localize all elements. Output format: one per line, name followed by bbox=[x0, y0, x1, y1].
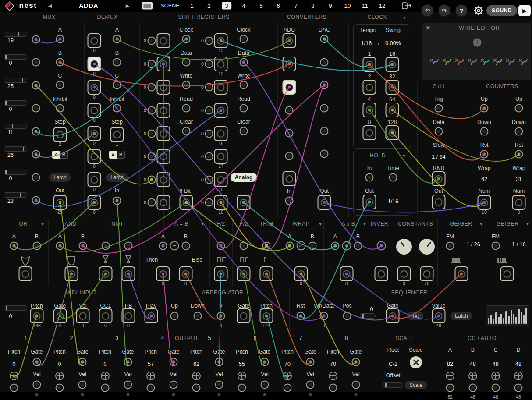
counter1-num-port[interactable] bbox=[478, 195, 491, 210]
f2a-out-port[interactable] bbox=[214, 266, 228, 281]
mux-inhibit-port[interactable] bbox=[56, 104, 64, 113]
out5-gate-port[interactable] bbox=[215, 358, 223, 366]
adc-bit-6-port[interactable] bbox=[285, 152, 294, 160]
sr1-cell-3-port[interactable] bbox=[157, 80, 170, 95]
arp-up-port[interactable] bbox=[170, 312, 179, 320]
seq-value-port[interactable] bbox=[432, 308, 446, 323]
aeb-a-port[interactable] bbox=[159, 242, 167, 250]
sr2-cell-6-port[interactable] bbox=[214, 149, 228, 164]
demux-c-port[interactable] bbox=[113, 81, 121, 89]
clock-div-16-port[interactable] bbox=[386, 57, 399, 72]
mux-ab-toggle[interactable]: AB bbox=[52, 151, 68, 159]
scene-2[interactable]: 2 bbox=[207, 3, 211, 9]
out4-pitch-cv-port[interactable] bbox=[146, 372, 155, 380]
demux-out-7-port[interactable] bbox=[88, 172, 101, 187]
fader-3-out-port[interactable] bbox=[32, 81, 40, 90]
fader-2[interactable] bbox=[4, 54, 27, 60]
cc-a-value[interactable]: 82 bbox=[447, 361, 453, 367]
midi-cc1-port[interactable] bbox=[99, 308, 113, 323]
out6-pitch-value[interactable]: 55 bbox=[239, 361, 245, 367]
geiger1-fm-port[interactable] bbox=[446, 242, 454, 250]
seq-rst-port[interactable] bbox=[297, 312, 305, 320]
sr1-cell-8-port[interactable] bbox=[157, 195, 170, 210]
dac-out-port[interactable] bbox=[318, 195, 331, 210]
axb-a-port[interactable] bbox=[331, 242, 340, 250]
hold-out-port[interactable] bbox=[363, 195, 376, 209]
geiger1-out-port[interactable] bbox=[455, 266, 468, 281]
out7-pitch-cv-port[interactable] bbox=[283, 372, 292, 380]
sr1-clock-port[interactable] bbox=[182, 35, 191, 43]
demux-ab-toggle[interactable]: AB bbox=[109, 151, 125, 159]
clock-dropdown-icon[interactable]: ▾ bbox=[403, 15, 405, 20]
fader-7-out-port[interactable] bbox=[32, 173, 40, 182]
sh-rnd-port[interactable] bbox=[432, 171, 446, 186]
hold-dropdown-icon[interactable]: ▾ bbox=[403, 153, 405, 158]
scene-11[interactable]: 11 bbox=[362, 3, 368, 9]
not1-in-port[interactable] bbox=[102, 242, 110, 250]
sr1-read-port[interactable] bbox=[182, 104, 191, 113]
seq-gate-port[interactable] bbox=[386, 308, 400, 323]
wrap-dropdown-icon[interactable]: ▾ bbox=[319, 222, 321, 227]
out8-pitch-cv-port[interactable] bbox=[329, 372, 337, 380]
demux-b-port[interactable] bbox=[113, 58, 121, 67]
geiger2-dropdown-icon[interactable]: ▾ bbox=[526, 222, 528, 227]
scene-3-active[interactable]: 3 bbox=[222, 2, 231, 10]
cc-d-port[interactable] bbox=[514, 384, 523, 392]
demux-out-4-port[interactable] bbox=[88, 103, 101, 118]
counter2-down-port[interactable] bbox=[515, 127, 523, 136]
scene-5[interactable]: 5 bbox=[259, 3, 263, 9]
play-button[interactable]: ▶ bbox=[518, 5, 531, 16]
wire-swatch-icon[interactable] bbox=[454, 57, 465, 67]
out6-vel-port[interactable] bbox=[261, 381, 269, 389]
sr2-write-port[interactable] bbox=[240, 81, 248, 89]
wire-swatch-icon[interactable] bbox=[441, 57, 452, 67]
mux-a-port[interactable] bbox=[56, 35, 64, 43]
nest-logo-icon[interactable] bbox=[4, 0, 15, 12]
wire-swatch-icon[interactable] bbox=[518, 57, 528, 67]
adc-bit-1-port[interactable] bbox=[283, 33, 296, 48]
scene-4[interactable]: 4 bbox=[242, 3, 245, 9]
sh-out-port[interactable] bbox=[432, 195, 446, 209]
sr1-in-2-port[interactable] bbox=[148, 60, 156, 68]
counter2-rst-port[interactable] bbox=[515, 150, 523, 159]
fader-1[interactable] bbox=[4, 32, 27, 37]
axb-b-port[interactable] bbox=[354, 242, 362, 250]
sr2-in-3-port[interactable] bbox=[205, 83, 213, 92]
axb-out-port[interactable] bbox=[340, 266, 354, 281]
trig-out-port[interactable] bbox=[260, 266, 273, 281]
fader-4-value[interactable]: 0 bbox=[9, 106, 12, 112]
fader-6-value[interactable]: 26 bbox=[7, 152, 14, 158]
geiger1-rate-value[interactable]: 1 / 26 bbox=[466, 241, 480, 248]
out3-gate-port[interactable] bbox=[124, 358, 132, 366]
demux-inhibit-port[interactable] bbox=[113, 104, 121, 113]
f2a-in-port[interactable] bbox=[217, 242, 225, 250]
demux-in-port[interactable] bbox=[113, 197, 121, 205]
trig-in-port[interactable] bbox=[262, 242, 271, 250]
fader-1-out-port[interactable] bbox=[32, 35, 40, 44]
adc-bit-7-port[interactable] bbox=[283, 171, 296, 186]
or-b-port[interactable] bbox=[33, 242, 41, 250]
sr1-in-8-port[interactable] bbox=[148, 198, 156, 207]
wrap-b-port[interactable] bbox=[309, 242, 317, 250]
fader-8[interactable] bbox=[4, 192, 27, 198]
demux-out-2-port[interactable] bbox=[88, 57, 101, 71]
counter1-rst-port[interactable] bbox=[480, 150, 489, 159]
clock-div-32-port[interactable] bbox=[386, 80, 399, 95]
midi-gate-port[interactable] bbox=[53, 308, 67, 323]
aeb-dropdown-icon[interactable]: ▾ bbox=[201, 222, 203, 227]
seq-pos-port[interactable] bbox=[343, 312, 351, 320]
geiger2-out-port[interactable] bbox=[500, 266, 514, 281]
and-out-port[interactable] bbox=[65, 266, 78, 281]
constant-1-knob[interactable] bbox=[396, 239, 412, 255]
info-icon[interactable]: i bbox=[473, 39, 482, 47]
sr2-clock-port[interactable] bbox=[240, 35, 248, 43]
cc-d-cv-port[interactable] bbox=[514, 372, 523, 380]
hold-time-value[interactable]: 1/16 bbox=[388, 198, 398, 205]
counter1-down-port[interactable] bbox=[480, 127, 489, 136]
not2-in-port[interactable] bbox=[124, 242, 133, 250]
sr2-cell-5-port[interactable] bbox=[214, 126, 228, 141]
cc-b-cv-port[interactable] bbox=[468, 372, 477, 380]
adc-bit-3-port[interactable] bbox=[283, 80, 296, 95]
out8-gate-port[interactable] bbox=[352, 358, 360, 366]
wire-swatch-icon[interactable] bbox=[429, 57, 440, 67]
